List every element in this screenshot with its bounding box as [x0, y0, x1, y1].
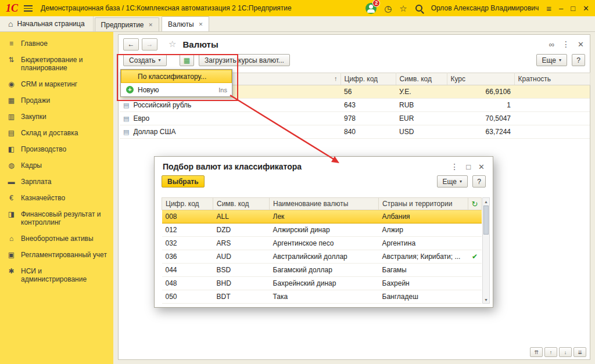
minimize-button[interactable]: –: [559, 5, 563, 12]
column-countries[interactable]: Страны и территории: [379, 198, 468, 210]
link-icon[interactable]: ∞: [549, 41, 554, 48]
classifier-row[interactable]: 012 DZD Алжирский динар Алжир: [162, 224, 482, 237]
classifier-countries: Бангладеш: [379, 290, 468, 304]
classifier-countries: Албания: [379, 210, 468, 224]
production-icon: ◧: [7, 145, 16, 153]
classifier-row[interactable]: 032 ARS Аргентинское песо Аргентина: [162, 237, 482, 250]
favorite-star-icon[interactable]: ☆: [169, 39, 176, 49]
column-multiplier[interactable]: Кратность: [514, 73, 590, 85]
go-last-button[interactable]: ⇊: [574, 347, 586, 357]
sidebar-item-label: НСИ и администрирование: [21, 267, 109, 283]
dialog-help-button[interactable]: ?: [472, 175, 486, 188]
close-form-icon[interactable]: ✕: [578, 41, 584, 48]
dialog-more-menu-icon[interactable]: ⋮: [450, 163, 458, 171]
sidebar-item-assets[interactable]: ⌂Внеоборотные активы: [0, 230, 113, 247]
column-symcode[interactable]: Симв. код: [396, 73, 447, 85]
load-classifier-button[interactable]: ▦: [180, 54, 194, 66]
sidebar-item-label: Бюджетирование и планирование: [21, 56, 109, 72]
column-rate[interactable]: Курс: [447, 73, 514, 85]
classifier-countries: Бахрейн: [379, 277, 468, 290]
classifier-row[interactable]: 036 AUD Австралийский доллар Австралия; …: [162, 250, 482, 264]
menu-item-new[interactable]: + Новую Ins: [121, 83, 232, 96]
go-up-button[interactable]: ↑: [544, 347, 557, 357]
column-numcode[interactable]: Цифр. код: [162, 198, 213, 210]
back-button[interactable]: ←: [123, 38, 139, 51]
tab-home[interactable]: ⌂ Начальная страница: [0, 16, 94, 31]
sidebar-item-regaccounting[interactable]: ▣Регламентированный учет: [0, 247, 113, 263]
scroll-down-icon[interactable]: ▼: [483, 296, 489, 303]
close-window-button[interactable]: ✕: [583, 5, 589, 12]
currency-item-icon: ▤: [123, 102, 129, 109]
sidebar-item-sales[interactable]: ▦Продажи: [0, 92, 113, 109]
column-numcode[interactable]: Цифр. код: [340, 73, 396, 85]
classifier-row[interactable]: 008 ALL Лек Албания: [162, 210, 482, 224]
classifier-row[interactable]: 048 BHD Бахрейнский динар Бахрейн: [162, 277, 482, 290]
classifier-row[interactable]: 050 BDT Така Бангладеш: [162, 290, 482, 304]
scroll-up-icon[interactable]: ▲: [483, 198, 489, 205]
service-menu-icon[interactable]: ≡: [546, 4, 551, 13]
favorites-icon[interactable]: ☆: [399, 4, 407, 13]
currency-row[interactable]: ▤Доллар США 840 USD 63,7244: [120, 125, 590, 139]
scrollbar-thumb[interactable]: [483, 206, 489, 235]
sidebar-item-label: CRM и маркетинг: [21, 80, 77, 88]
sidebar-item-label: Склад и доставка: [21, 129, 78, 137]
sidebar-item-admin[interactable]: ✱НСИ и администрирование: [0, 263, 113, 287]
more-button[interactable]: Еще ▾: [536, 54, 567, 66]
forward-button[interactable]: →: [142, 38, 157, 51]
sidebar-item-finresult[interactable]: ◨Финансовый результат и контроллинг: [0, 206, 113, 230]
help-button[interactable]: ?: [572, 54, 585, 66]
sidebar-item-crm[interactable]: ◉CRM и маркетинг: [0, 76, 113, 92]
go-first-button[interactable]: ⇈: [530, 347, 543, 357]
classifier-table: Цифр. код Симв. код Наименование валюты …: [162, 197, 482, 304]
current-user[interactable]: Орлов Александр Владимирович: [431, 4, 539, 12]
dialog-close-icon[interactable]: ✕: [478, 163, 485, 171]
sidebar-item-production[interactable]: ◧Производство: [0, 141, 113, 157]
dialog-more-button[interactable]: Еще ▾: [437, 175, 468, 188]
column-symcode[interactable]: Симв. код: [213, 198, 270, 210]
create-button[interactable]: Создать ▾: [123, 54, 167, 66]
classifier-row[interactable]: 044 BSD Багамский доллар Багамы: [162, 264, 482, 277]
classifier-name: Аргентинское песо: [270, 237, 379, 250]
go-down-button[interactable]: ↓: [559, 347, 572, 357]
purchases-icon: ▥: [7, 113, 16, 121]
currency-symcode: USD: [396, 125, 447, 139]
tab-currencies[interactable]: Валюты ✕: [162, 16, 209, 31]
menu-item-from-classifier[interactable]: По классификатору...: [121, 70, 232, 83]
select-button[interactable]: Выбрать: [162, 175, 205, 188]
modal-scrollbar[interactable]: ▲ ▼: [482, 197, 490, 304]
main-menu-icon[interactable]: [24, 5, 33, 12]
currency-row[interactable]: ▤Евро 978 EUR 70,5047: [120, 112, 590, 125]
section-sidebar: ≡Главное ⇅Бюджетирование и планирование …: [0, 32, 113, 364]
classifier-name: Алжирский динар: [270, 224, 379, 237]
tab-enterprise-label: Предприятие: [101, 21, 144, 29]
tab-currencies-label: Валюты: [168, 20, 194, 28]
sidebar-item-main[interactable]: ≡Главное: [0, 35, 113, 52]
sidebar-item-treasury[interactable]: €Казначейство: [0, 190, 113, 206]
history-icon[interactable]: ◷: [384, 4, 392, 13]
tab-enterprise[interactable]: Предприятие ✕: [95, 17, 160, 31]
refresh-icon[interactable]: ↻: [472, 200, 478, 208]
menu-item-label: По классификатору...: [138, 73, 206, 81]
classifier-symcode: ALL: [213, 210, 270, 224]
more-menu-icon[interactable]: ⋮: [562, 40, 570, 48]
sidebar-item-hr[interactable]: ◍Кадры: [0, 157, 113, 174]
currency-numcode: 840: [340, 125, 396, 139]
classifier-symcode: BDT: [213, 290, 270, 304]
sidebar-item-purchases[interactable]: ▥Закупки: [0, 109, 113, 125]
sidebar-item-label: Внеоборотные активы: [21, 235, 94, 243]
load-rates-button[interactable]: Загрузить курсы валют...: [199, 54, 290, 66]
maximize-button[interactable]: □: [571, 5, 575, 12]
sidebar-item-budgeting[interactable]: ⇅Бюджетирование и планирование: [0, 52, 113, 76]
notifications-icon[interactable]: 2: [365, 3, 377, 14]
dialog-maximize-icon[interactable]: □: [466, 163, 471, 171]
close-icon[interactable]: ✕: [199, 21, 203, 27]
close-icon[interactable]: ✕: [149, 22, 153, 28]
sidebar-item-payroll[interactable]: ▬Зарплата: [0, 174, 113, 190]
currency-name: Доллар США: [133, 128, 175, 136]
column-currency-name[interactable]: Наименование валюты: [270, 198, 379, 210]
classifier-numcode: 012: [162, 224, 213, 237]
classifier-name: Бахрейнский динар: [270, 277, 379, 290]
sidebar-item-warehouse[interactable]: ▤Склад и доставка: [0, 125, 113, 141]
currency-row[interactable]: ▤Российский рубль 643 RUB 1: [120, 99, 590, 112]
search-icon[interactable]: [415, 4, 424, 13]
